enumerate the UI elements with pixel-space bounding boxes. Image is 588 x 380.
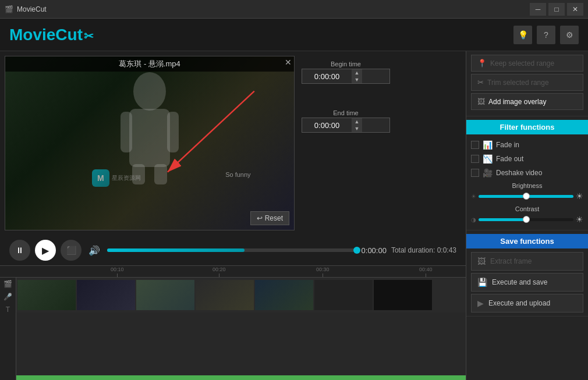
- fade-out-label: Fade out: [496, 155, 523, 163]
- end-time-up[interactable]: ▲: [352, 118, 362, 125]
- upload-icon: ▶: [477, 299, 484, 308]
- time-controls: Begin time ▲ ▼ End time ▲: [299, 56, 392, 230]
- contrast-slider-track[interactable]: [479, 218, 573, 221]
- add-image-overlay-label: Add image overlay: [488, 98, 546, 106]
- minimize-button[interactable]: ─: [530, 3, 546, 16]
- title-bar: 🎬 MovieCut ─ □ ✕: [0, 0, 588, 19]
- logo: MovieCut✂: [9, 26, 94, 44]
- extract-frame-button[interactable]: 🖼 Extract frame: [471, 252, 583, 271]
- video-track-icon[interactable]: 🎬: [3, 280, 12, 288]
- audio-track-icon[interactable]: 🎤: [3, 293, 12, 301]
- svg-rect-2: [121, 112, 132, 152]
- green-bar: [16, 375, 466, 380]
- deshake-icon: 🎥: [483, 168, 493, 177]
- brightness-low-icon: ☀: [471, 193, 476, 200]
- execute-save-button[interactable]: 💾 Execute and save: [471, 273, 583, 292]
- text-track-icon[interactable]: T: [6, 306, 10, 314]
- trim-selected-range-button[interactable]: ✂ Trim selected range: [471, 74, 583, 91]
- ruler-line-30: [323, 274, 323, 277]
- fade-out-checkbox[interactable]: [471, 155, 479, 163]
- thumb-6: [314, 280, 373, 310]
- close-button[interactable]: ✕: [567, 3, 583, 16]
- extract-frame-icon: 🖼: [477, 257, 486, 266]
- contrast-low-icon: ◑: [471, 216, 476, 223]
- logo-movie: Movie: [9, 26, 55, 44]
- stop-button[interactable]: ⬛: [61, 240, 82, 261]
- ruler-label-20: 00:20: [212, 267, 226, 272]
- ruler-label-10: 00:10: [111, 267, 124, 272]
- thumb-2: [77, 280, 135, 310]
- center-area: 葛东琪 - 悬溺.mp4 ✕: [0, 51, 466, 380]
- add-image-overlay-button[interactable]: 🖼 Add image overlay: [471, 93, 583, 110]
- progress-fill: [107, 248, 245, 252]
- begin-time-up[interactable]: ▲: [352, 69, 362, 76]
- help-button[interactable]: ?: [537, 26, 555, 44]
- time-display: 0:00:00: [362, 246, 387, 255]
- timeline-tracks: 🎬 🎤 T: [0, 278, 466, 380]
- settings-button[interactable]: ⚙: [560, 26, 579, 44]
- ruler-line-40: [426, 274, 426, 277]
- close-video-button[interactable]: ✕: [285, 58, 292, 67]
- fade-out-icon: 📉: [483, 154, 493, 164]
- filter-functions-header: Filter functions: [466, 120, 588, 134]
- volume-button[interactable]: 🔊: [86, 242, 102, 258]
- begin-time-group: Begin time ▲ ▼: [302, 61, 390, 84]
- progress-bar[interactable]: [107, 248, 357, 252]
- execute-upload-button[interactable]: ▶ Execute and upload: [471, 294, 583, 312]
- video-track[interactable]: [16, 278, 466, 312]
- extract-frame-label: Extract frame: [490, 257, 532, 265]
- thumb-4: [196, 280, 254, 310]
- filter-functions-section: Filter functions 📊 Fade in 📉 Fade out 🎥 …: [466, 116, 588, 230]
- thumb-1: [17, 280, 76, 310]
- timeline-ruler: 00:10 00:20 00:30 00:40: [0, 266, 466, 278]
- thumb-7: [374, 280, 432, 310]
- svg-rect-5: [154, 164, 167, 184]
- deshake-checkbox[interactable]: [471, 169, 479, 177]
- fade-in-row: 📊 Fade in: [471, 138, 583, 152]
- play-button[interactable]: ▶: [35, 240, 56, 261]
- end-time-group: End time ▲ ▼: [302, 109, 390, 133]
- thumb-3: [136, 280, 194, 310]
- begin-time-input-wrap: ▲ ▼: [302, 69, 390, 84]
- end-time-down[interactable]: ▼: [352, 125, 362, 132]
- begin-time-down[interactable]: ▼: [352, 76, 362, 83]
- end-time-input[interactable]: [302, 119, 352, 132]
- begin-time-spinner: ▲ ▼: [352, 69, 362, 83]
- video-section: 葛东琪 - 悬溺.mp4 ✕: [0, 51, 466, 235]
- begin-time-label: Begin time: [302, 61, 390, 68]
- logo-cut: Cut: [55, 26, 83, 44]
- maximize-button[interactable]: □: [548, 3, 565, 16]
- video-preview[interactable]: So funny M 星辰资源网: [5, 56, 294, 230]
- player-controls: ⏸ ▶ ⬛ 🔊 0:00:00 Total duration: 0:0:43: [0, 235, 466, 265]
- ruler-label-40: 00:40: [419, 267, 433, 272]
- keep-selected-range-button[interactable]: 📍 Keep selected range: [471, 55, 583, 72]
- end-time-spinner: ▲ ▼: [352, 118, 362, 132]
- begin-time-input[interactable]: [302, 70, 352, 83]
- watermark: M 星辰资源网: [92, 169, 141, 187]
- save-functions-header: Save functions: [466, 234, 588, 248]
- contrast-slider-thumb[interactable]: [523, 216, 530, 223]
- image-icon: 🖼: [477, 97, 485, 106]
- ruler-line-20: [219, 274, 219, 277]
- watermark-text: 星辰资源网: [112, 174, 141, 182]
- save-functions-section: Save functions 🖼 Extract frame 💾 Execute…: [466, 230, 588, 317]
- timeline-area: 00:10 00:20 00:30 00:40 🎬: [0, 265, 466, 380]
- pause-button[interactable]: ⏸: [9, 240, 30, 261]
- thumbnail-strip: [16, 279, 433, 311]
- reset-button[interactable]: ↩ Reset: [250, 211, 289, 225]
- brightness-slider-thumb[interactable]: [523, 193, 530, 200]
- title-bar-controls: ─ □ ✕: [530, 3, 583, 16]
- scissors-icon: ✂: [477, 78, 484, 87]
- right-panel: 📍 Keep selected range ✂ Trim selected ra…: [466, 51, 588, 380]
- bulb-button[interactable]: 💡: [513, 26, 532, 44]
- ruler-mark-10: 00:10: [111, 267, 124, 277]
- video-title: 葛东琪 - 悬溺.mp4: [5, 56, 294, 72]
- progress-dot: [353, 247, 360, 254]
- brightness-wrap: Brightness ☀ ☀: [471, 180, 583, 203]
- brightness-label: Brightness: [471, 182, 583, 189]
- fade-in-checkbox[interactable]: [471, 141, 479, 149]
- main-layout: 葛东琪 - 悬溺.mp4 ✕: [0, 51, 588, 380]
- fade-in-icon: 📊: [483, 140, 493, 150]
- brightness-high-icon: ☀: [576, 191, 583, 201]
- brightness-slider-track[interactable]: [479, 195, 573, 198]
